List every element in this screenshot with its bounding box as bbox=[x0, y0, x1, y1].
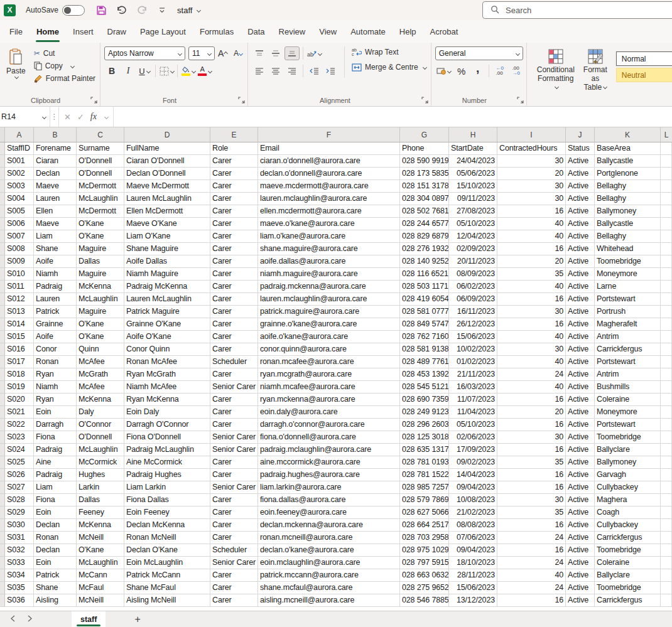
cell[interactable]: 09/11/2023 bbox=[449, 193, 497, 205]
cell[interactable]: 028 296 2603 bbox=[400, 419, 449, 431]
tab-file[interactable]: File bbox=[3, 21, 30, 42]
cell[interactable]: Aine bbox=[34, 456, 77, 469]
cell[interactable]: Active bbox=[566, 532, 595, 544]
cell[interactable] bbox=[661, 481, 672, 494]
cell[interactable]: Declan O'Donnell bbox=[124, 168, 210, 180]
accounting-format-button[interactable] bbox=[435, 64, 453, 78]
cell[interactable]: Active bbox=[566, 218, 595, 230]
row-header[interactable] bbox=[0, 155, 5, 168]
cell[interactable]: 24 bbox=[497, 557, 566, 569]
cell[interactable]: Carer bbox=[210, 394, 258, 406]
cell[interactable] bbox=[661, 519, 672, 532]
cell[interactable]: 028 985 7257 bbox=[400, 481, 449, 494]
cell[interactable]: Ballycastle bbox=[595, 218, 661, 230]
column-header-C[interactable]: C bbox=[77, 127, 124, 142]
cell[interactable]: S009 bbox=[5, 255, 34, 268]
font-color-button[interactable]: A bbox=[197, 64, 212, 78]
cell[interactable]: padraig.mclaughlin@aurora.care bbox=[258, 444, 400, 456]
cell[interactable]: Antrim bbox=[595, 368, 661, 381]
cell[interactable]: 028 276 1932 bbox=[400, 243, 449, 255]
cell[interactable]: patrick.maguire@aurora.care bbox=[258, 306, 400, 318]
cell[interactable]: Liam bbox=[34, 481, 77, 494]
row-header[interactable] bbox=[0, 306, 5, 318]
tab-help[interactable]: Help bbox=[393, 21, 423, 42]
tab-automate[interactable]: Automate bbox=[344, 21, 393, 42]
cell[interactable]: Maeve O'Kane bbox=[124, 218, 210, 230]
cell[interactable]: S024 bbox=[5, 444, 34, 456]
cell[interactable] bbox=[661, 431, 672, 444]
cell[interactable]: niamh.mcafee@aurora.care bbox=[258, 381, 400, 394]
cell[interactable] bbox=[661, 594, 672, 607]
cell[interactable]: S026 bbox=[5, 469, 34, 481]
cell[interactable]: 028 173 5835 bbox=[400, 168, 449, 180]
cell[interactable]: Active bbox=[566, 356, 595, 368]
cell[interactable]: 16 bbox=[497, 394, 566, 406]
cell[interactable]: liam.larkin@aurora.care bbox=[258, 481, 400, 494]
cell[interactable]: Moneymore bbox=[595, 406, 661, 419]
align-left-button[interactable] bbox=[252, 64, 267, 78]
cell[interactable]: 028 797 5915 bbox=[400, 557, 449, 569]
cell[interactable] bbox=[661, 243, 672, 255]
cell[interactable]: Dallas bbox=[77, 255, 124, 268]
cell[interactable]: O'Donnell bbox=[77, 155, 124, 168]
cell[interactable]: Declan bbox=[34, 519, 77, 532]
cell[interactable]: 40 bbox=[497, 281, 566, 293]
cell[interactable]: 24/04/2023 bbox=[449, 155, 497, 168]
cell[interactable]: 028 849 5747 bbox=[400, 318, 449, 331]
cell[interactable]: 16 bbox=[497, 519, 566, 532]
row-header[interactable] bbox=[0, 318, 5, 331]
cell[interactable]: Active bbox=[566, 318, 595, 331]
cell[interactable] bbox=[661, 557, 672, 569]
cell[interactable]: S014 bbox=[5, 318, 34, 331]
cell[interactable]: 05/06/2023 bbox=[449, 168, 497, 180]
cell[interactable]: 28/11/2023 bbox=[449, 569, 497, 582]
cell[interactable]: 028 663 0632 bbox=[400, 569, 449, 582]
cell[interactable] bbox=[661, 506, 672, 519]
cell[interactable]: 08/09/2023 bbox=[449, 268, 497, 281]
number-format-combo[interactable]: General bbox=[435, 46, 523, 60]
cell[interactable]: 028 781 0193 bbox=[400, 456, 449, 469]
cell[interactable]: Toomebridge bbox=[595, 582, 661, 594]
cell[interactable]: S035 bbox=[5, 582, 34, 594]
cell[interactable]: McLaughlin bbox=[77, 557, 124, 569]
cell[interactable]: grainne.o'kane@aurora.care bbox=[258, 318, 400, 331]
increase-decimal-button[interactable]: ←0.00 bbox=[492, 64, 507, 78]
cell[interactable]: S010 bbox=[5, 268, 34, 281]
cell[interactable]: aine.mccormick@aurora.care bbox=[258, 456, 400, 469]
cell[interactable]: Niamh McAfee bbox=[124, 381, 210, 394]
cell[interactable]: Surname bbox=[77, 142, 124, 155]
cell[interactable]: Active bbox=[566, 331, 595, 343]
autosave-toggle[interactable] bbox=[62, 5, 85, 16]
bold-button[interactable]: B bbox=[104, 64, 119, 78]
cell[interactable]: 30 bbox=[497, 180, 566, 193]
row-header[interactable] bbox=[0, 168, 5, 180]
cell[interactable]: Active bbox=[566, 569, 595, 582]
cell[interactable]: declan.mckenna@aurora.care bbox=[258, 519, 400, 532]
cell[interactable]: S017 bbox=[5, 356, 34, 368]
cell[interactable]: Shane bbox=[34, 582, 77, 594]
row-header[interactable] bbox=[0, 281, 5, 293]
cell[interactable]: Aisling McNeill bbox=[124, 594, 210, 607]
increase-indent-button[interactable] bbox=[323, 64, 338, 78]
cell[interactable]: Active bbox=[566, 268, 595, 281]
cell[interactable]: 028 590 9919 bbox=[400, 155, 449, 168]
cell[interactable]: ContractedHours bbox=[497, 142, 566, 155]
cell[interactable] bbox=[661, 532, 672, 544]
cell[interactable]: Padraig McKenna bbox=[124, 281, 210, 293]
cell[interactable]: McLaughlin bbox=[77, 193, 124, 205]
paste-button[interactable]: Paste bbox=[4, 46, 28, 84]
cell[interactable]: 21/11/2023 bbox=[449, 368, 497, 381]
row-header[interactable] bbox=[0, 218, 5, 230]
cell[interactable]: McAfee bbox=[77, 381, 124, 394]
cell[interactable]: McDermott bbox=[77, 205, 124, 218]
cell[interactable] bbox=[661, 218, 672, 230]
row-header[interactable] bbox=[0, 557, 5, 569]
cell[interactable]: Ballycastle bbox=[595, 155, 661, 168]
cell[interactable]: 16/11/2023 bbox=[449, 306, 497, 318]
cell[interactable]: niamh.maguire@aurora.care bbox=[258, 268, 400, 281]
cell[interactable]: Portstewart bbox=[595, 356, 661, 368]
cell[interactable]: Padraig McLaughlin bbox=[124, 444, 210, 456]
row-header[interactable] bbox=[0, 356, 5, 368]
cell[interactable]: 20 bbox=[497, 406, 566, 419]
cell[interactable]: Fiona bbox=[34, 431, 77, 444]
